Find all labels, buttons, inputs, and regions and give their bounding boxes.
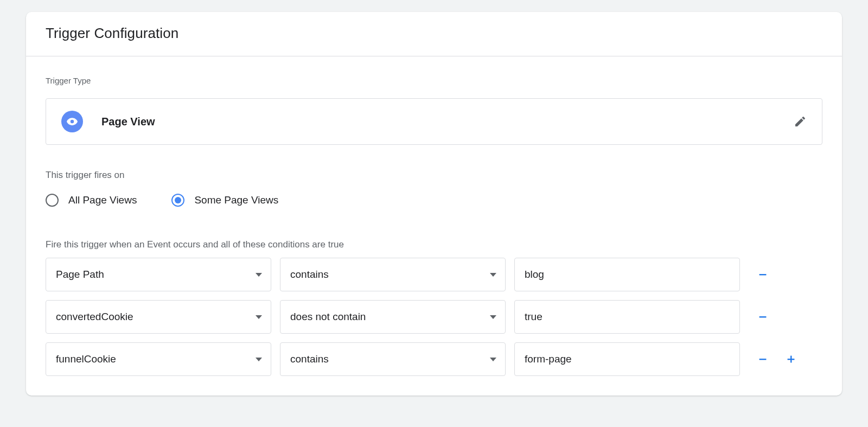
trigger-type-info: Page View — [61, 111, 155, 132]
svg-point-0 — [71, 120, 74, 123]
minus-icon — [757, 353, 769, 365]
radio-unselected-icon — [46, 194, 59, 207]
condition-row: convertedCookie does not contain — [46, 300, 822, 334]
add-condition-button[interactable] — [784, 353, 797, 366]
value-input[interactable] — [514, 342, 740, 376]
trigger-type-label: Trigger Type — [46, 76, 822, 85]
select-value: Page Path — [56, 269, 104, 281]
trigger-type-name: Page View — [101, 116, 155, 128]
radio-label: All Page Views — [68, 194, 137, 206]
svg-rect-5 — [790, 356, 792, 363]
variable-select[interactable]: convertedCookie — [46, 300, 271, 334]
fires-on-label: This trigger fires on — [46, 170, 822, 181]
svg-rect-1 — [760, 274, 767, 275]
row-actions — [749, 310, 769, 323]
card-body: Trigger Type Page View This trigger fire… — [26, 56, 842, 396]
fires-on-radio-group: All Page Views Some Page Views — [46, 194, 822, 207]
svg-rect-3 — [760, 359, 767, 360]
minus-icon — [757, 269, 769, 281]
select-value: contains — [290, 269, 329, 281]
radio-label: Some Page Views — [194, 194, 278, 206]
trigger-configuration-card: Trigger Configuration Trigger Type Page … — [26, 12, 842, 396]
select-value: convertedCookie — [56, 311, 133, 323]
value-input[interactable] — [514, 258, 740, 291]
condition-row: funnelCookie contains — [46, 342, 822, 376]
remove-condition-button[interactable] — [756, 353, 769, 366]
condition-rows: Page Path contains convertedCookie — [46, 258, 822, 376]
condition-row: Page Path contains — [46, 258, 822, 291]
row-actions — [749, 353, 797, 366]
edit-icon[interactable] — [794, 115, 807, 128]
svg-rect-2 — [760, 316, 767, 317]
select-value: contains — [290, 353, 329, 365]
select-value: funnelCookie — [56, 353, 116, 365]
eye-icon — [61, 111, 83, 132]
remove-condition-button[interactable] — [756, 310, 769, 323]
trigger-type-selector[interactable]: Page View — [46, 98, 822, 145]
variable-select[interactable]: Page Path — [46, 258, 271, 291]
chevron-down-icon — [490, 358, 496, 361]
row-actions — [749, 268, 769, 281]
plus-icon — [785, 353, 797, 365]
chevron-down-icon — [490, 273, 496, 277]
operator-select[interactable]: does not contain — [280, 300, 506, 334]
remove-condition-button[interactable] — [756, 268, 769, 281]
chevron-down-icon — [256, 315, 262, 319]
chevron-down-icon — [256, 358, 262, 361]
conditions-label: Fire this trigger when an Event occurs a… — [46, 239, 822, 250]
radio-all-page-views[interactable]: All Page Views — [46, 194, 137, 207]
page-title: Trigger Configuration — [46, 25, 822, 42]
radio-some-page-views[interactable]: Some Page Views — [171, 194, 278, 207]
radio-selected-icon — [171, 194, 184, 207]
card-header: Trigger Configuration — [26, 12, 842, 56]
minus-icon — [757, 311, 769, 323]
chevron-down-icon — [490, 315, 496, 319]
variable-select[interactable]: funnelCookie — [46, 342, 271, 376]
select-value: does not contain — [290, 311, 366, 323]
chevron-down-icon — [256, 273, 262, 277]
operator-select[interactable]: contains — [280, 258, 506, 291]
value-input[interactable] — [514, 300, 740, 334]
operator-select[interactable]: contains — [280, 342, 506, 376]
